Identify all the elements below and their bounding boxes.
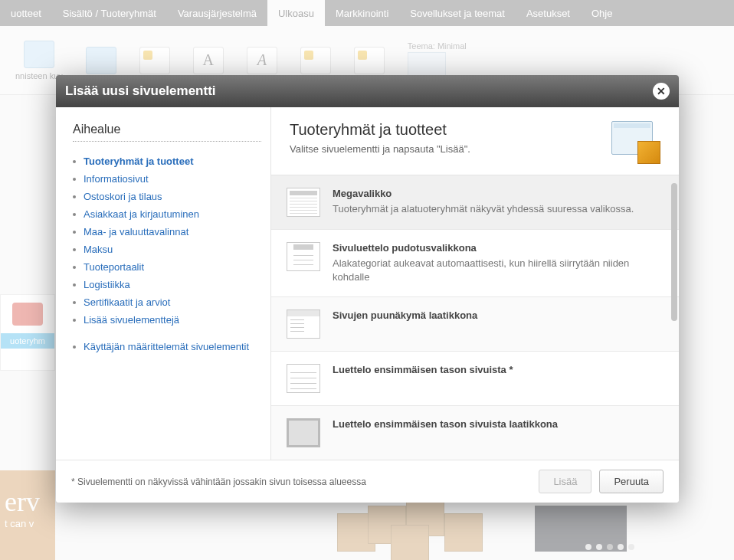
- element-first-level-box[interactable]: Luettelo ensimmäisen tason sivuista laat…: [271, 406, 679, 460]
- modal-header: Lisää uusi sivuelementti ✕: [56, 75, 679, 107]
- cancel-button[interactable]: Peruuta: [599, 470, 664, 493]
- box-icon: [287, 418, 320, 447]
- list-icon: [287, 364, 320, 393]
- cat-user-defined[interactable]: Käyttäjän määrittelemät sivuelementit: [84, 341, 249, 352]
- sidebar-heading: Aihealue: [73, 123, 261, 136]
- cat-customers[interactable]: Asiakkaat ja kirjautuminen: [84, 208, 199, 220]
- cat-more-elements[interactable]: Lisää sivuelementtejä: [84, 314, 179, 326]
- footnote: * Sivuelementti on näkyvissä vähintään j…: [71, 476, 366, 487]
- cat-country-currency[interactable]: Maa- ja valuuttavalinnat: [84, 226, 188, 237]
- main-head: Tuoteryhmät ja tuotteet Valitse sivuelem…: [271, 107, 679, 175]
- modal-footer: * Sivuelementti on näkyvissä vähintään j…: [56, 460, 679, 503]
- element-tree-box[interactable]: Sivujen puunäkymä laatikkona: [271, 297, 679, 352]
- category-list: Tuoteryhmät ja tuotteet Informatiosivut …: [73, 152, 261, 329]
- cat-certificates[interactable]: Sertifikaatit ja arviot: [84, 296, 170, 308]
- main-subtitle: Valitse sivuelementti ja napsauta "Lisää…: [290, 143, 470, 155]
- element-title: Luettelo ensimmäisen tason sivuista laat…: [333, 418, 558, 430]
- category-icon: [611, 121, 660, 164]
- main-title: Tuoteryhmät ja tuotteet: [290, 121, 470, 139]
- element-desc: Tuoteryhmät ja alatuoteryhmät näkyvät yh…: [333, 202, 634, 216]
- cat-cart[interactable]: Ostoskori ja tilaus: [84, 191, 162, 202]
- cat-info-pages[interactable]: Informatiosivut: [84, 173, 149, 185]
- modal-title: Lisää uusi sivuelementti: [65, 84, 216, 99]
- add-button[interactable]: Lisää: [539, 470, 591, 493]
- element-title: Sivujen puunäkymä laatikkona: [333, 309, 477, 321]
- element-title: Sivuluettelo pudotusvalikkona: [333, 242, 664, 254]
- add-element-modal: Lisää uusi sivuelementti ✕ Aihealue Tuot…: [56, 75, 679, 503]
- cat-payment[interactable]: Maksu: [84, 244, 113, 255]
- cat-portals[interactable]: Tuoteportaalit: [84, 261, 144, 273]
- element-desc: Alakategoriat aukeavat automaattisesti, …: [333, 257, 664, 284]
- element-list[interactable]: Megavalikko Tuoteryhmät ja alatuoteryhmä…: [271, 175, 679, 460]
- element-title: Megavalikko: [333, 188, 634, 199]
- cat-logistics[interactable]: Logistiikka: [84, 279, 130, 290]
- category-list-extra: Käyttäjän määrittelemät sivuelementit: [73, 338, 261, 355]
- main-panel: Tuoteryhmät ja tuotteet Valitse sivuelem…: [270, 107, 679, 460]
- tree-icon: [287, 309, 320, 339]
- element-first-level-list[interactable]: Luettelo ensimmäisen tason sivuista *: [271, 352, 679, 406]
- dropdown-icon: [287, 242, 320, 271]
- element-dropdown-list[interactable]: Sivuluettelo pudotusvalikkona Alakategor…: [271, 230, 679, 297]
- element-megamenu[interactable]: Megavalikko Tuoteryhmät ja alatuoteryhmä…: [271, 175, 679, 230]
- megamenu-icon: [287, 188, 320, 217]
- cat-products[interactable]: Tuoteryhmät ja tuotteet: [84, 156, 194, 167]
- scrollbar[interactable]: [671, 183, 677, 321]
- close-button[interactable]: ✕: [653, 83, 670, 100]
- element-title: Luettelo ensimmäisen tason sivuista *: [333, 364, 513, 375]
- category-sidebar: Aihealue Tuoteryhmät ja tuotteet Informa…: [56, 107, 270, 460]
